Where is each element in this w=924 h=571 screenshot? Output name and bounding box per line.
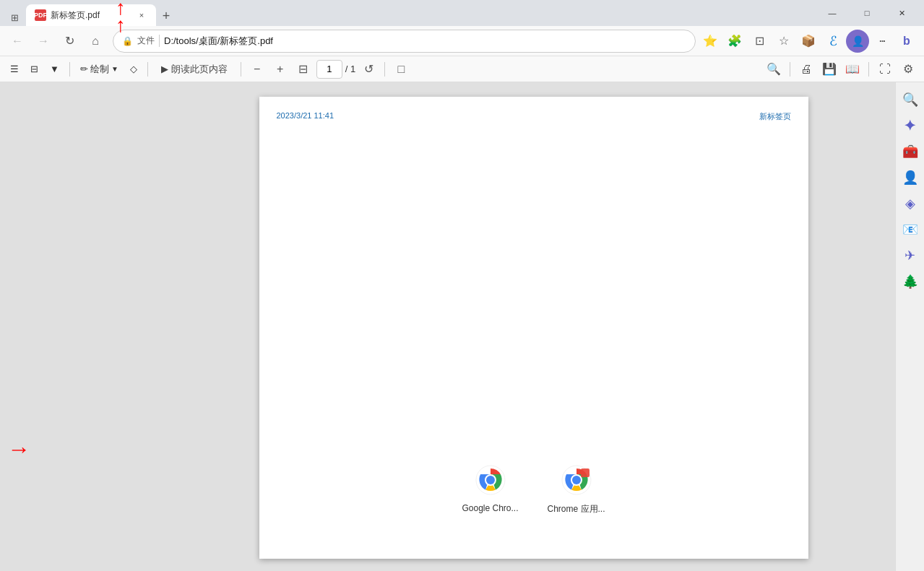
- svg-point-2: [485, 476, 494, 484]
- annotation-right-arrow: →: [7, 436, 30, 463]
- active-tab[interactable]: PDF 新标签页.pdf ×: [26, 4, 156, 26]
- sidebar-copilot-btn[interactable]: ✦: [899, 114, 922, 137]
- sidebar-search-btn[interactable]: 🔍: [899, 88, 922, 111]
- separator1: [69, 62, 70, 77]
- separator6: [868, 62, 869, 77]
- save-btn[interactable]: □: [391, 59, 411, 79]
- tab-close-btn[interactable]: ×: [136, 9, 147, 21]
- read-aloud-btn[interactable]: ▶ 朗读此页内容: [154, 59, 235, 79]
- eraser-icon: ◇: [130, 64, 137, 74]
- edge-icon-btn[interactable]: ℰ: [821, 30, 845, 53]
- pdf-apps-row: Google Chro...: [462, 463, 605, 515]
- pdf-toolbar-right: 🔍 🖨 💾 📖 ⛶ ⚙: [764, 59, 918, 79]
- settings-btn[interactable]: ⚙: [898, 59, 918, 79]
- file-label: 文件: [137, 35, 160, 47]
- close-btn[interactable]: ✕: [885, 1, 918, 25]
- nav-right-icons: ⭐ 🧩 ⊡ ☆ 📦 ℰ 👤 ··· b: [699, 30, 918, 53]
- layout-btn[interactable]: ⊟: [26, 59, 43, 79]
- read-icon: ▶: [161, 64, 168, 74]
- pdf-viewer-area: 2023/3/21 11:41 新标签页: [152, 82, 915, 571]
- address-bar[interactable]: 🔒 文件 D:/tools/桌面/新标签页.pdf: [113, 30, 696, 53]
- highlight-btn[interactable]: ✏ 绘制 ▼: [76, 59, 123, 79]
- immersive-reader-btn[interactable]: 📖: [842, 59, 863, 79]
- favorites-bar-btn[interactable]: ☆: [772, 30, 795, 53]
- read-label: 朗读此页内容: [171, 63, 228, 76]
- save-pdf-btn[interactable]: 💾: [819, 59, 839, 79]
- window-controls: — □ ✕: [816, 1, 918, 25]
- chevron-icon: ▼: [111, 65, 118, 73]
- search-pdf-btn[interactable]: 🔍: [764, 59, 784, 79]
- draw-icon: ✏: [80, 64, 88, 74]
- main-content: → 2023/3/21 11:41 新标签页: [0, 82, 924, 571]
- chrome-store-icon: [559, 463, 594, 497]
- separator5: [790, 62, 790, 77]
- left-panel: →: [0, 82, 152, 571]
- print-btn[interactable]: 🖨: [796, 59, 816, 79]
- chrome-app-label: Google Chro...: [462, 503, 518, 513]
- forward-btn[interactable]: →: [32, 30, 55, 53]
- draw-label: 绘制: [90, 63, 109, 76]
- page-number-input[interactable]: [316, 60, 342, 79]
- extensions-btn[interactable]: 🧩: [723, 30, 746, 53]
- pdf-body: [277, 128, 791, 157]
- tab-title: 新标签页.pdf: [51, 9, 131, 22]
- address-text: D:/tools/桌面/新标签页.pdf: [164, 35, 686, 48]
- chrome-store-label: Chrome 应用...: [548, 503, 605, 515]
- eraser-btn[interactable]: ◇: [126, 59, 142, 79]
- back-btn[interactable]: ←: [6, 30, 29, 53]
- svg-point-5: [572, 476, 581, 484]
- rotate-btn[interactable]: ↺: [358, 59, 379, 79]
- sidebar-copilot2-btn[interactable]: ◈: [899, 192, 922, 215]
- home-btn[interactable]: ⌂: [84, 30, 107, 53]
- chevron-down-btn[interactable]: ▼: [46, 59, 64, 79]
- new-tab-btn[interactable]: +: [156, 6, 176, 26]
- pdf-toolbar: ☰ ⊟ ▼ ✏ 绘制 ▼ ◇ ▶ 朗读此页内容 − + ⊟ / 1 ↺ □ 🔍 …: [0, 56, 924, 82]
- sidebar-send-btn[interactable]: ✈: [899, 244, 922, 267]
- annotations-btn[interactable]: ☰: [6, 59, 23, 79]
- sidebar-tree-btn[interactable]: 🌲: [899, 270, 922, 293]
- separator4: [384, 62, 385, 77]
- separator2: [147, 62, 148, 77]
- google-chrome-app-item[interactable]: Google Chro...: [462, 463, 518, 515]
- pdf-page: 2023/3/21 11:41 新标签页: [259, 97, 808, 559]
- fit-page-btn[interactable]: ⊟: [293, 59, 314, 79]
- sidebar-outlook-btn[interactable]: 📧: [899, 218, 922, 241]
- split-view-btn[interactable]: ⊡: [748, 30, 771, 53]
- maximize-btn[interactable]: □: [850, 1, 884, 25]
- sidebar-right: 🔍 ✦ 🧰 👤 ◈ 📧 ✈ 🌲 +: [895, 82, 924, 571]
- tab-switcher-btn[interactable]: ⊞: [6, 9, 23, 26]
- collections-btn[interactable]: 📦: [797, 30, 820, 53]
- zoom-in-btn[interactable]: +: [270, 59, 290, 79]
- pdf-tab-icon: PDF: [35, 9, 46, 21]
- page-total: / 1: [345, 64, 355, 74]
- favorites-btn[interactable]: ⭐: [699, 30, 722, 53]
- navbar: ← → ↻ ⌂ ↑ ↑ 🔒 文件 D:/tools/桌面/新标签页.pdf ⭐ …: [0, 26, 924, 56]
- fullscreen-btn[interactable]: ⛶: [875, 59, 895, 79]
- pdf-date: 2023/3/21 11:41: [277, 111, 334, 122]
- chrome-store-app-item[interactable]: Chrome 应用...: [548, 463, 605, 515]
- profile-btn[interactable]: 👤: [846, 30, 869, 53]
- zoom-out-btn[interactable]: −: [247, 59, 267, 79]
- pdf-title: 新标签页: [759, 111, 791, 122]
- refresh-btn[interactable]: ↻: [58, 30, 81, 53]
- sidebar-person-btn[interactable]: 👤: [899, 166, 922, 189]
- minimize-btn[interactable]: —: [816, 1, 849, 25]
- pdf-header: 2023/3/21 11:41 新标签页: [277, 111, 791, 122]
- svg-rect-6: [581, 468, 590, 477]
- tab-area: ⊞ PDF 新标签页.pdf × +: [6, 0, 816, 26]
- copilot-btn[interactable]: b: [895, 30, 918, 53]
- lock-icon: 🔒: [122, 36, 133, 46]
- sidebar-tools-btn[interactable]: 🧰: [899, 140, 922, 163]
- separator3: [241, 62, 241, 77]
- more-btn[interactable]: ···: [871, 30, 894, 53]
- titlebar: ⊞ PDF 新标签页.pdf × + — □ ✕: [0, 0, 924, 26]
- page-input-area: / 1: [316, 60, 355, 79]
- chrome-icon: [472, 463, 507, 497]
